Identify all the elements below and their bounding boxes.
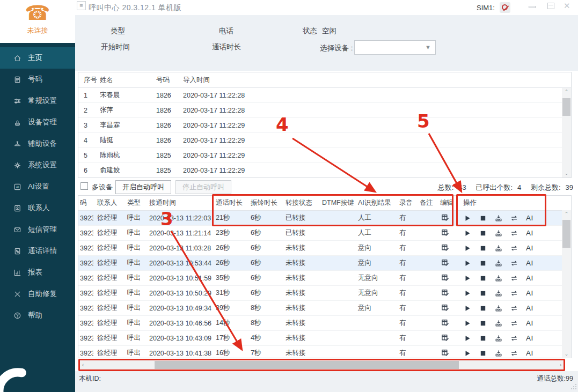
ai-icon[interactable]: AI	[525, 304, 534, 313]
table-row[interactable]: 1宋春晨18262020-03-17 11:22:28	[78, 88, 571, 103]
ai-icon[interactable]: AI	[525, 229, 534, 238]
table-row[interactable]: 3923徐经理呼出2020-03-13 11:21:1423秒6秒已转接人工有A…	[78, 226, 571, 241]
sidebar-item-号码[interactable]: 号码	[0, 69, 75, 90]
minimize-button[interactable]	[529, 6, 536, 8]
sidebar-item-主页[interactable]: 主页	[0, 47, 75, 69]
table-row[interactable]: 3923徐经理呼出2020-03-13 10:50:2931秒6秒未转接无意向有…	[78, 286, 571, 301]
device-select-dropdown[interactable]: ▼	[354, 40, 436, 55]
stop-icon[interactable]	[479, 319, 487, 328]
lower-table-scrollbar[interactable]: ⌃ ⌄	[562, 210, 571, 358]
play-icon[interactable]	[463, 319, 472, 328]
scrollbar-thumb[interactable]	[155, 361, 459, 369]
sidebar-item-短信管理[interactable]: 短信管理	[0, 219, 75, 240]
table-row[interactable]: 3923徐经理呼出2020-03-13 10:46:5614秒8秒未转接有AI	[78, 316, 571, 331]
menu-icon[interactable]: ≡	[77, 1, 86, 10]
stop-icon[interactable]	[479, 214, 487, 223]
edit-record-icon[interactable]	[441, 243, 449, 252]
export-icon[interactable]	[494, 334, 503, 343]
transfer-icon[interactable]	[510, 244, 518, 253]
play-icon[interactable]	[463, 274, 472, 283]
export-icon[interactable]	[494, 244, 503, 253]
stop-icon[interactable]	[479, 304, 487, 313]
horizontal-scrollbar[interactable]: ‹ ›	[79, 360, 565, 370]
ai-icon[interactable]: AI	[525, 289, 534, 298]
play-icon[interactable]	[463, 349, 472, 358]
export-icon[interactable]	[494, 289, 503, 298]
sidebar-item-设备管理[interactable]: 设备管理	[0, 112, 75, 133]
stop-auto-call-button[interactable]: 停止自动呼叫	[175, 180, 231, 194]
sidebar-item-常规设置[interactable]: 常规设置	[0, 90, 75, 112]
scroll-down-icon[interactable]: ⌄	[562, 169, 571, 177]
transfer-icon[interactable]	[510, 274, 518, 283]
table-row[interactable]: 4陆挺18262020-03-17 11:22:29	[78, 133, 571, 148]
scroll-up-icon[interactable]: ⌃	[562, 210, 571, 218]
maximize-button[interactable]	[547, 3, 554, 9]
start-auto-call-button[interactable]: 开启自动呼叫	[115, 180, 171, 194]
export-icon[interactable]	[494, 319, 503, 328]
ai-icon[interactable]: AI	[525, 259, 534, 268]
edit-record-icon[interactable]	[441, 213, 449, 221]
sidebar-item-系统设置[interactable]: 系统设置	[0, 154, 75, 176]
transfer-icon[interactable]	[510, 304, 518, 313]
scroll-left-icon[interactable]: ‹	[79, 360, 87, 370]
table-row[interactable]: 3923徐经理呼出2020-03-13 10:41:3816秒7秒未转接有AI	[78, 346, 571, 358]
ai-icon[interactable]: AI	[525, 334, 534, 343]
sidebar-item-报表[interactable]: 报表	[0, 262, 75, 283]
multi-device-checkbox[interactable]	[81, 182, 88, 190]
stop-icon[interactable]	[479, 274, 487, 283]
play-icon[interactable]	[463, 229, 472, 238]
edit-record-icon[interactable]	[441, 334, 449, 342]
edit-record-icon[interactable]	[441, 349, 449, 357]
resize-grip[interactable]	[571, 383, 577, 391]
transfer-icon[interactable]	[510, 289, 518, 298]
edit-record-icon[interactable]	[441, 258, 449, 267]
sidebar-item-辅助设备[interactable]: 辅助设备	[0, 133, 75, 154]
upper-table-scrollbar[interactable]: ⌃ ⌄	[562, 88, 571, 177]
sidebar-item-联系人[interactable]: 联系人	[0, 197, 75, 219]
table-row[interactable]: 2张萍18262020-03-17 11:22:28	[78, 103, 571, 118]
stop-icon[interactable]	[479, 334, 487, 343]
edit-record-icon[interactable]	[441, 289, 449, 297]
scrollbar-thumb[interactable]	[562, 98, 570, 116]
play-icon[interactable]	[463, 244, 472, 253]
table-row[interactable]: 3923徐经理呼出2020-03-13 10:51:5935秒6秒未转接无意向有…	[78, 271, 571, 286]
table-row[interactable]: 3923徐经理呼出2020-03-13 10:43:0917秒4秒未转接有AI	[78, 331, 571, 346]
ai-icon[interactable]: AI	[525, 274, 534, 283]
stop-icon[interactable]	[479, 229, 487, 238]
play-icon[interactable]	[463, 259, 472, 268]
export-icon[interactable]	[494, 274, 503, 283]
export-icon[interactable]	[494, 349, 503, 358]
scrollbar-thumb[interactable]	[562, 220, 570, 248]
play-icon[interactable]	[463, 334, 472, 343]
transfer-icon[interactable]	[510, 259, 518, 268]
stop-icon[interactable]	[479, 244, 487, 253]
transfer-icon[interactable]	[510, 229, 518, 238]
transfer-icon[interactable]	[510, 214, 518, 223]
ai-icon[interactable]: AI	[525, 349, 534, 358]
stop-icon[interactable]	[479, 349, 487, 358]
table-row[interactable]: 6俞建姣18252020-03-17 11:22:29	[78, 163, 571, 178]
table-row[interactable]: 3923徐经理呼出2020-03-13 11:03:2826秒6秒未转接意向有A…	[78, 241, 571, 256]
export-icon[interactable]	[494, 214, 503, 223]
play-icon[interactable]	[463, 304, 472, 313]
transfer-icon[interactable]	[510, 334, 518, 343]
scroll-up-icon[interactable]: ⌃	[562, 88, 571, 96]
stop-icon[interactable]	[479, 259, 487, 268]
play-icon[interactable]	[463, 214, 472, 223]
transfer-icon[interactable]	[510, 349, 518, 358]
edit-record-icon[interactable]	[441, 228, 449, 236]
transfer-icon[interactable]	[510, 319, 518, 328]
stop-icon[interactable]	[479, 289, 487, 298]
edit-record-icon[interactable]	[441, 304, 449, 312]
edit-record-icon[interactable]	[441, 319, 449, 327]
edit-record-icon[interactable]	[441, 273, 449, 282]
export-icon[interactable]	[494, 304, 503, 313]
export-icon[interactable]	[494, 229, 503, 238]
table-row[interactable]: 3923徐经理呼出2020-03-13 10:53:4426秒6秒未转接意向有A…	[78, 256, 571, 271]
close-button[interactable]: ✕	[564, 2, 570, 10]
export-icon[interactable]	[494, 259, 503, 268]
ai-icon[interactable]: AI	[525, 214, 534, 223]
ai-icon[interactable]: AI	[525, 244, 534, 253]
table-row[interactable]: 3923徐经理呼出2020-03-13 11:22:0321秒6秒已转接人工有A…	[78, 211, 571, 226]
sidebar-item-AI设置[interactable]: AIAI设置	[0, 176, 75, 197]
